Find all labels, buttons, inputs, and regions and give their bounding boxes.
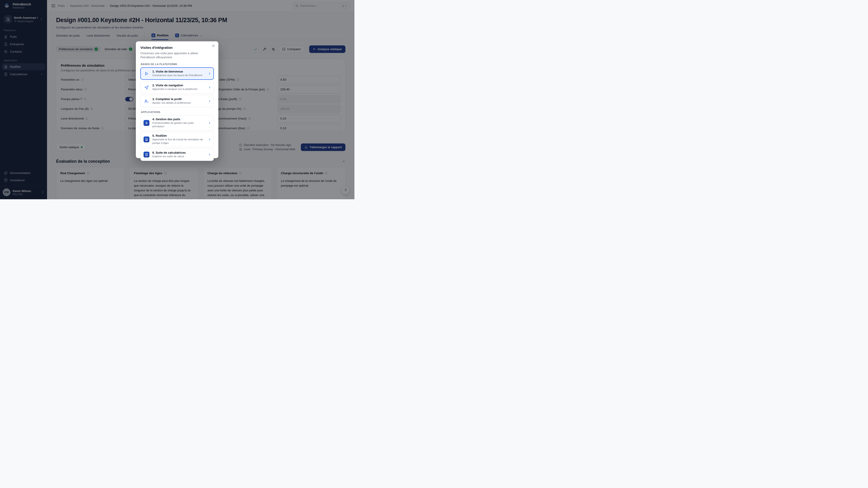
modal-section-applications: APPLICATIONS: [141, 111, 213, 113]
chevron-right-icon: [208, 122, 211, 124]
modal-subtitle: Choisissez une visite pour apprendre à u…: [141, 52, 208, 59]
onboarding-tours-modal: Visites d'intégration Choisissez une vis…: [136, 41, 218, 158]
chevron-right-icon: [208, 72, 211, 75]
modal-title: Visites d'intégration: [141, 46, 214, 50]
chevron-right-icon: [208, 86, 211, 89]
tour-item-profil[interactable]: 3. Compléter le profil Ajouter vos détai…: [141, 95, 214, 107]
tour-item-navigation[interactable]: 2. Visite de navigation Apprendre à navi…: [141, 81, 214, 94]
user-check-icon: [143, 99, 150, 103]
close-icon[interactable]: [212, 44, 215, 47]
navigation-icon: [143, 85, 150, 90]
tour-item-calculatrices[interactable]: 6. Suite de calculatrices Explorer les o…: [141, 149, 214, 161]
wells-app-icon: [144, 120, 149, 126]
calculators-app-icon: [144, 152, 149, 158]
chevron-right-icon: [208, 153, 211, 156]
rodsim-app-icon: [144, 136, 149, 142]
chevron-right-icon: [208, 100, 211, 103]
play-icon: [143, 71, 150, 76]
tour-item-bienvenue[interactable]: 1. Visite de bienvenue Commencer avec le…: [141, 67, 214, 80]
modal-section-bases: BASES DE LA PLATEFORME: [141, 63, 213, 66]
tour-item-rodsim[interactable]: 5. RodSim Apprendre le flux de travail d…: [141, 132, 214, 147]
tour-item-gestion-puits[interactable]: 4. Gestion des puits Fonctionnalités de …: [141, 115, 214, 130]
chevron-right-icon: [208, 138, 211, 141]
